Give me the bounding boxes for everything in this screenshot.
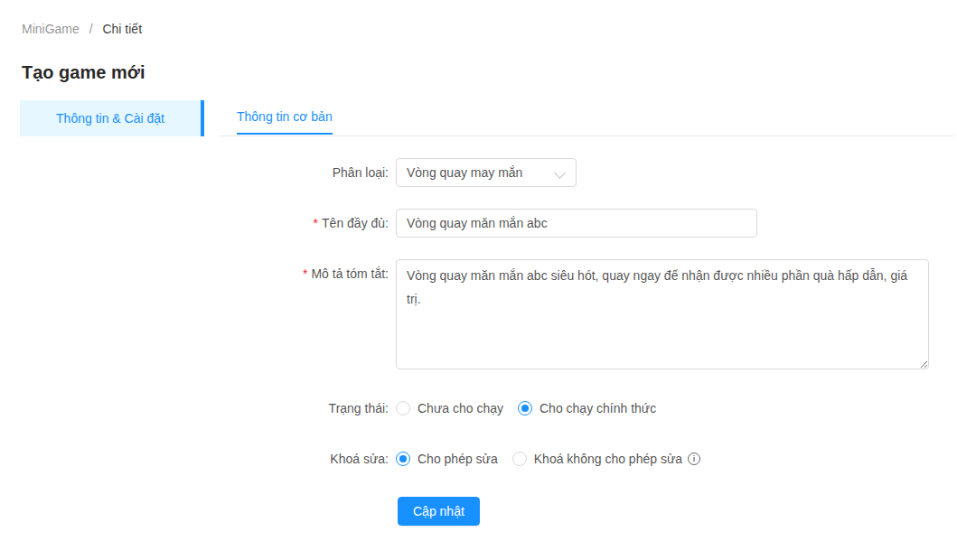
tab-bar: Thông tin cơ bản xyxy=(220,100,953,136)
form-row-edit-lock: Khoá sửa: Cho phép sửa Khoá không cho ph… xyxy=(220,444,953,473)
radio-status-official[interactable]: Cho chạy chính thức xyxy=(518,401,656,415)
form-row-submit: Cập nhật xyxy=(220,495,953,526)
breadcrumb: MiniGame / Chi tiết xyxy=(22,23,935,35)
side-tab-list: Thông tin & Cài đặt xyxy=(20,100,204,136)
radio-status-not-running[interactable]: Chưa cho chạy xyxy=(396,401,503,415)
form-row-description: *Mô tả tóm tắt: Vòng quay măn mắn abc si… xyxy=(220,259,953,372)
radio-allow-edit[interactable]: Cho phép sửa xyxy=(396,452,498,466)
status-label: Trạng thái: xyxy=(220,394,396,423)
category-select[interactable]: Vòng quay may mắn xyxy=(396,158,577,187)
description-label: *Mô tả tóm tắt: xyxy=(220,259,396,372)
info-circle-icon[interactable]: i xyxy=(688,453,700,465)
form-row-category: Phân loại: Vòng quay may mắn xyxy=(220,158,953,187)
required-asterisk: * xyxy=(314,216,318,230)
radio-checked-icon xyxy=(396,452,410,466)
main-area: Thông tin & Cài đặt Thông tin cơ bản Phâ… xyxy=(0,84,957,547)
full-name-label: *Tên đầy đủ: xyxy=(220,209,396,238)
side-tab-info-settings[interactable]: Thông tin & Cài đặt xyxy=(20,100,204,136)
required-asterisk: * xyxy=(303,266,307,281)
edit-lock-label: Khoá sửa: xyxy=(220,444,396,473)
radio-unchecked-icon xyxy=(512,452,527,466)
game-form: Phân loại: Vòng quay may mắn *Tên đầy đủ… xyxy=(220,136,953,526)
page-title: Tạo game mới xyxy=(22,61,935,84)
radio-lock-edit[interactable]: Khoá không cho phép sửa xyxy=(512,452,682,466)
tab-basic-info-label: Thông tin cơ bản xyxy=(237,109,333,124)
breadcrumb-separator: / xyxy=(89,22,93,36)
radio-checked-icon xyxy=(518,401,532,415)
radio-unchecked-icon xyxy=(396,401,410,415)
form-row-full-name: *Tên đầy đủ: xyxy=(220,209,953,238)
side-tab-label: Thông tin & Cài đặt xyxy=(56,111,164,126)
breadcrumb-item-detail: Chi tiết xyxy=(102,22,142,36)
full-name-input[interactable] xyxy=(396,209,757,238)
category-label: Phân loại: xyxy=(220,158,396,187)
breadcrumb-item-minigame[interactable]: MiniGame xyxy=(22,22,80,36)
edit-lock-radio-group: Cho phép sửa Khoá không cho phép sửa i xyxy=(396,444,953,473)
tab-basic-info[interactable]: Thông tin cơ bản xyxy=(237,100,333,134)
page-header: MiniGame / Chi tiết Tạo game mới xyxy=(0,0,957,84)
category-select-value: Vòng quay may mắn xyxy=(407,165,522,180)
description-textarea[interactable]: Vòng quay măn mắn abc siêu hót, quay nga… xyxy=(396,259,929,369)
update-button[interactable]: Cập nhật xyxy=(398,497,480,526)
form-row-status: Trạng thái: Chưa cho chạy Cho chạy chính… xyxy=(220,394,953,423)
status-radio-group: Chưa cho chạy Cho chạy chính thức xyxy=(396,394,953,423)
chevron-down-icon xyxy=(554,167,566,179)
content-panel: Thông tin cơ bản Phân loại: Vòng quay ma… xyxy=(220,100,953,547)
